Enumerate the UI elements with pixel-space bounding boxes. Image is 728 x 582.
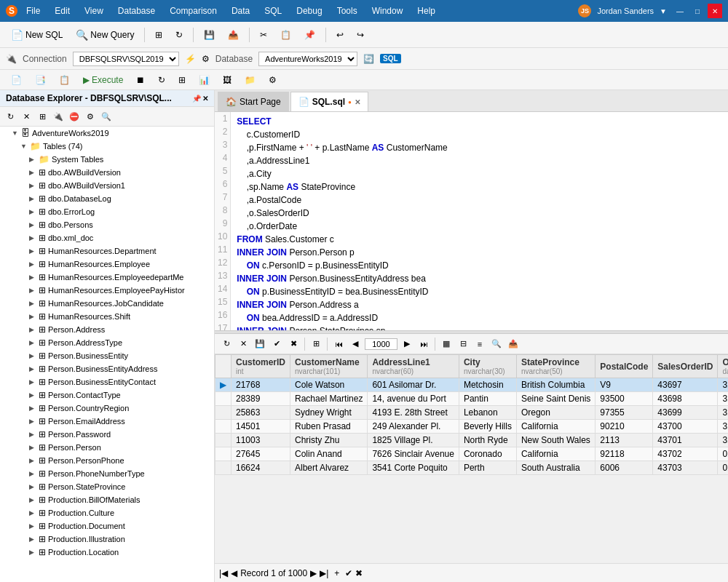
- toolbar-btn-ex2[interactable]: 📊: [194, 73, 215, 87]
- explorer-filter-btn[interactable]: 🔍: [99, 109, 114, 124]
- col-salesorderid[interactable]: SalesOrderID: [653, 355, 718, 378]
- tree-item-6[interactable]: ▶ ⊞ dbo.xml_doc: [0, 231, 214, 244]
- toolbar-btn-4[interactable]: 📤: [223, 27, 244, 43]
- tree-item-13[interactable]: ▶ ⊞ Person.Address: [0, 323, 214, 336]
- new-query-button[interactable]: 🔍 New Query: [71, 26, 139, 44]
- menu-file[interactable]: File: [23, 4, 43, 17]
- menu-data[interactable]: Data: [229, 4, 253, 17]
- save-results-btn[interactable]: 💾: [253, 337, 267, 351]
- data-grid-wrapper[interactable]: CustomerID int CustomerName nvarchar(101…: [215, 354, 728, 563]
- tree-item-2[interactable]: ▶ ⊞ dbo.AWBuildVersion1: [0, 179, 214, 192]
- tree-item-9[interactable]: ▶ ⊞ HumanResources.EmployeedepartMe: [0, 271, 214, 284]
- toolbar-btn-5[interactable]: ✂: [255, 27, 272, 43]
- tree-item-26[interactable]: ▶ ⊞ Production.BillOfMaterials: [0, 493, 214, 506]
- tree-item-3[interactable]: ▶ ⊞ dbo.DatabaseLog: [0, 192, 214, 205]
- tree-item-0[interactable]: ▶ 📁 System Tables: [0, 153, 214, 166]
- toolbar-btn-ex5[interactable]: ⚙: [264, 73, 282, 87]
- close-button[interactable]: ✕: [708, 4, 722, 18]
- clear-results-btn[interactable]: ✖: [286, 337, 301, 351]
- toolbar-btn-3[interactable]: 💾: [199, 27, 220, 43]
- pin-icon[interactable]: 📌: [192, 95, 201, 103]
- next-page-btn[interactable]: ▶: [400, 337, 414, 351]
- undo-button[interactable]: ↩: [331, 27, 349, 43]
- tree-item-18[interactable]: ▶ ⊞ Person.ContactType: [0, 388, 214, 402]
- minimize-button[interactable]: —: [673, 4, 687, 18]
- sql-editor[interactable]: 1 2 3 4 5 6 7 8 9 10 11 12 13 14 15 16 1…: [215, 112, 728, 330]
- tree-item-16[interactable]: ▶ ⊞ Person.BusinessEntityAddress: [0, 362, 214, 375]
- tree-item-27[interactable]: ▶ ⊞ Production.Culture: [0, 506, 214, 519]
- toolbar-btn-2[interactable]: ↻: [170, 27, 188, 43]
- stop-button[interactable]: ⏹: [131, 73, 150, 87]
- menu-database[interactable]: Database: [115, 4, 158, 17]
- table-row[interactable]: 25863Sydney Wright4193 E. 28th StreetLeb…: [215, 406, 729, 420]
- sql-content[interactable]: SELECT c.CustomerID ,p.FirstName + ' ' +…: [231, 112, 728, 330]
- menu-view[interactable]: View: [82, 4, 106, 17]
- tree-item-7[interactable]: ▶ ⊞ HumanResources.Department: [0, 244, 214, 258]
- explorer-disconnect-btn[interactable]: ⛔: [67, 109, 82, 124]
- refresh-results-btn[interactable]: ↻: [219, 337, 234, 351]
- table-view-btn[interactable]: ▦: [439, 337, 454, 351]
- new-sql-button[interactable]: 📄 New SQL: [6, 26, 68, 44]
- first-page-btn[interactable]: ⏮: [331, 337, 346, 351]
- database-select[interactable]: AdventureWorks2019: [258, 52, 357, 66]
- tree-item-4[interactable]: ▶ ⊞ dbo.ErrorLog: [0, 205, 214, 218]
- tree-item-db[interactable]: ▼ 🗄 AdventureWorks2019: [0, 127, 214, 140]
- tree-item-23[interactable]: ▶ ⊞ Person.PersonPhone: [0, 454, 214, 467]
- tree-item-12[interactable]: ▶ ⊞ HumanResources.Shift: [0, 310, 214, 323]
- tree-item-19[interactable]: ▶ ⊞ Person.CountryRegion: [0, 402, 214, 415]
- next-nav-btn[interactable]: ▶: [310, 568, 317, 578]
- apply-btn[interactable]: ✔: [345, 568, 352, 578]
- tree-item-25[interactable]: ▶ ⊞ Person.StateProvince: [0, 480, 214, 493]
- table-row[interactable]: 14501Ruben Prasad249 Alexander Pl.Beverl…: [215, 420, 729, 434]
- explorer-connect-btn[interactable]: 🔌: [51, 109, 66, 124]
- tree-item-17[interactable]: ▶ ⊞ Person.BusinessEntityContact: [0, 375, 214, 388]
- tree-item-8[interactable]: ▶ ⊞ HumanResources.Employee: [0, 258, 214, 271]
- menu-tools[interactable]: Tools: [334, 4, 360, 17]
- tree-item-20[interactable]: ▶ ⊞ Person.EmailAddress: [0, 415, 214, 428]
- toolbar-btn-ex4[interactable]: 📁: [240, 73, 261, 87]
- toolbar-btn-ex3[interactable]: 🖼: [218, 73, 237, 87]
- col-customerid[interactable]: CustomerID int: [232, 355, 290, 378]
- tree-item-30[interactable]: ▶ ⊞ Production.Location: [0, 546, 214, 559]
- connection-select[interactable]: DBFSQLSRV\SQL2019: [73, 52, 179, 66]
- explorer-close-btn[interactable]: ✕: [19, 109, 33, 124]
- tree-item-22[interactable]: ▶ ⊞ Person.Person: [0, 441, 214, 454]
- tree-item-1[interactable]: ▶ ⊞ dbo.AWBuildVersion: [0, 166, 214, 179]
- tab-sql[interactable]: 📄 SQL.sql ● ✕: [290, 92, 368, 111]
- explorer-expand-btn[interactable]: ⊞: [35, 109, 50, 124]
- execute-button[interactable]: ▶ Execute: [78, 73, 128, 87]
- sql-mode-button[interactable]: SQL: [380, 54, 401, 63]
- export-results-btn[interactable]: 📤: [506, 337, 521, 351]
- col-city[interactable]: City nvarchar(30): [459, 355, 516, 378]
- tree-item-tables[interactable]: ▼ 📁 Tables (74): [0, 140, 214, 153]
- toolbar-small-btn-3[interactable]: 📋: [54, 73, 75, 87]
- maximize-button[interactable]: □: [690, 4, 705, 18]
- redo-button[interactable]: ↪: [352, 27, 369, 43]
- user-dropdown-icon[interactable]: ▼: [660, 7, 667, 15]
- toolbar-small-btn-2[interactable]: 📑: [30, 73, 51, 87]
- menu-sql[interactable]: SQL: [261, 4, 285, 17]
- last-nav-btn[interactable]: ▶|: [320, 568, 328, 578]
- refresh-db-icon[interactable]: 🔄: [363, 54, 374, 64]
- table-row[interactable]: 16624Albert Alvarez3541 Corte PoquitoPer…: [215, 461, 729, 475]
- col-postalcode[interactable]: PostalCode: [596, 355, 653, 378]
- table-row[interactable]: 28389Rachael Martinez14, avenue du PortP…: [215, 392, 729, 406]
- explorer-settings-btn[interactable]: ⚙: [83, 109, 98, 124]
- tree-item-11[interactable]: ▶ ⊞ HumanResources.JobCandidate: [0, 297, 214, 310]
- col-view-btn[interactable]: ⊟: [456, 337, 470, 351]
- refresh-button[interactable]: ↻: [153, 73, 170, 87]
- sql-tab-close[interactable]: ✕: [355, 98, 360, 106]
- menu-debug[interactable]: Debug: [293, 4, 325, 17]
- table-row[interactable]: 11003Christy Zhu1825 Village Pl.North Ry…: [215, 434, 729, 447]
- search-results-btn[interactable]: 🔍: [489, 337, 504, 351]
- grid-view-btn[interactable]: ⊞: [309, 337, 323, 351]
- col-stateprovince[interactable]: StateProvince nvarchar(50): [516, 355, 595, 378]
- last-page-btn[interactable]: ⏭: [416, 337, 431, 351]
- toolbar-small-btn-1[interactable]: 📄: [6, 73, 27, 87]
- prev-nav-btn[interactable]: ◀: [231, 568, 237, 578]
- page-size-input[interactable]: [365, 338, 397, 350]
- toolbar-btn-6[interactable]: 📋: [275, 27, 296, 43]
- toolbar-btn-1[interactable]: ⊞: [150, 27, 167, 43]
- explorer-refresh-btn[interactable]: ↻: [3, 109, 17, 124]
- menu-edit[interactable]: Edit: [52, 4, 73, 17]
